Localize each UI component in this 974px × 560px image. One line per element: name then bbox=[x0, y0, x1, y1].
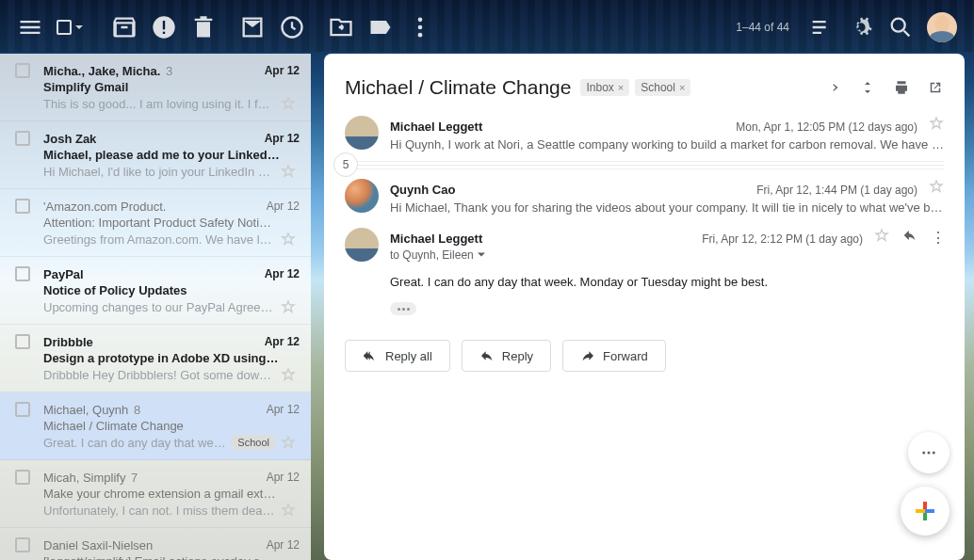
row-checkbox[interactable] bbox=[15, 199, 30, 214]
row-sender: Michael, Quynh 8 bbox=[43, 403, 259, 417]
row-snippet: Greetings from Amazon.com. We have le… bbox=[43, 232, 275, 247]
star-icon[interactable] bbox=[929, 179, 944, 194]
star-icon[interactable] bbox=[929, 116, 944, 131]
forward-arrow-icon[interactable] bbox=[825, 79, 842, 96]
message-avatar bbox=[345, 228, 379, 262]
svg-point-7 bbox=[892, 18, 905, 31]
star-icon[interactable] bbox=[281, 96, 296, 111]
message-snippet: Hi Michael, Thank you for sharing the vi… bbox=[390, 200, 944, 215]
row-checkbox[interactable] bbox=[15, 470, 30, 485]
forward-button[interactable]: Forward bbox=[562, 340, 666, 372]
email-row[interactable]: Daniel Saxil-Nielsen Apr 12 [leggett/sim… bbox=[0, 528, 311, 560]
row-subject: Notice of Policy Updates bbox=[43, 283, 300, 297]
message-more-icon[interactable]: ⋮ bbox=[931, 229, 944, 247]
reply-all-button[interactable]: Reply all bbox=[345, 340, 450, 372]
row-checkbox[interactable] bbox=[15, 537, 30, 552]
row-snippet: Hi Michael, I'd like to join your Linked… bbox=[43, 165, 275, 179]
email-row[interactable]: Michael, Quynh 8 Apr 12 Michael / Climat… bbox=[0, 392, 311, 460]
row-sender: PayPal bbox=[43, 267, 257, 281]
email-row[interactable]: Dribbble Apr 12 Design a prototype in Ad… bbox=[0, 325, 311, 392]
row-subject: Attention: Important Product Safety Noti… bbox=[43, 216, 300, 230]
message-snippet: Hi Quynh, I work at Nori, a Seattle comp… bbox=[390, 137, 944, 152]
star-icon[interactable] bbox=[281, 503, 296, 518]
compose-fab[interactable] bbox=[901, 487, 950, 536]
email-row[interactable]: Micah, Simplify 7 Apr 12 Make your chrom… bbox=[0, 460, 311, 528]
select-all-checkbox[interactable] bbox=[57, 14, 83, 40]
row-date: Apr 12 bbox=[267, 471, 300, 484]
label-inbox[interactable]: Inbox× bbox=[580, 79, 629, 96]
archive-icon[interactable] bbox=[111, 14, 138, 40]
row-checkbox[interactable] bbox=[15, 266, 30, 281]
message-collapsed[interactable]: Michael Leggett Mon, Apr 1, 12:05 PM (12… bbox=[345, 116, 944, 152]
row-snippet: Dribbble Hey Dribbblers! Got some down… bbox=[43, 368, 275, 382]
email-row[interactable]: PayPal Apr 12 Notice of Policy Updates U… bbox=[0, 257, 311, 325]
remove-label-icon[interactable]: × bbox=[618, 82, 624, 93]
fab-more-button[interactable] bbox=[908, 432, 950, 473]
main-area: Micha., Jake, Micha. 3 Apr 12 Simplify G… bbox=[0, 54, 974, 560]
reply-bar: Reply all Reply Forward bbox=[345, 340, 944, 372]
delete-icon[interactable] bbox=[190, 14, 217, 40]
message-avatar bbox=[345, 179, 379, 213]
star-icon[interactable] bbox=[281, 164, 296, 179]
reply-icon[interactable] bbox=[902, 228, 917, 243]
row-snippet: Unfortunately, I can not. I miss them de… bbox=[43, 504, 275, 518]
row-sender: Josh Zak bbox=[43, 132, 257, 146]
row-checkbox[interactable] bbox=[15, 334, 30, 349]
row-snippet: This is so good... I am loving using it.… bbox=[43, 97, 275, 111]
star-icon[interactable] bbox=[281, 232, 296, 247]
message-from: Michael Leggett bbox=[390, 120, 482, 134]
collapsed-count-badge[interactable]: 5 bbox=[333, 152, 358, 177]
email-row[interactable]: Micha., Jake, Micha. 3 Apr 12 Simplify G… bbox=[0, 54, 311, 121]
row-sender: Daniel Saxil-Nielsen bbox=[43, 538, 259, 552]
svg-point-4 bbox=[418, 17, 423, 22]
remove-label-icon[interactable]: × bbox=[679, 82, 685, 93]
plus-icon bbox=[916, 502, 934, 520]
message-collapsed[interactable]: Quynh Cao Fri, Apr 12, 1:44 PM (1 day ag… bbox=[345, 179, 944, 215]
star-icon[interactable] bbox=[281, 367, 296, 382]
labels-icon[interactable] bbox=[367, 14, 394, 40]
row-sender: Dribbble bbox=[43, 335, 257, 349]
conversation-actions bbox=[825, 79, 944, 96]
message-from: Quynh Cao bbox=[390, 183, 455, 197]
email-row[interactable]: 'Amazon.com Product. Apr 12 Attention: I… bbox=[0, 189, 311, 257]
star-icon[interactable] bbox=[281, 299, 296, 314]
settings-icon[interactable] bbox=[848, 14, 874, 40]
row-checkbox[interactable] bbox=[15, 402, 30, 417]
svg-point-8 bbox=[922, 452, 925, 455]
email-row[interactable]: Josh Zak Apr 12 Michael, please add me t… bbox=[0, 121, 311, 189]
star-icon[interactable] bbox=[281, 435, 296, 450]
row-label: School bbox=[232, 435, 275, 450]
more-icon[interactable] bbox=[407, 14, 433, 40]
svg-rect-1 bbox=[163, 21, 165, 29]
label-school[interactable]: School× bbox=[635, 79, 690, 96]
message-date: Fri, Apr 12, 2:12 PM (1 day ago) bbox=[702, 232, 863, 246]
show-trimmed-icon[interactable] bbox=[390, 302, 416, 315]
message-recipients[interactable]: to Quynh, Eileen bbox=[390, 248, 944, 262]
email-list: Micha., Jake, Micha. 3 Apr 12 Simplify G… bbox=[0, 54, 311, 560]
row-checkbox[interactable] bbox=[15, 131, 30, 146]
open-new-window-icon[interactable] bbox=[927, 79, 944, 96]
input-tools-icon[interactable] bbox=[808, 14, 835, 40]
row-date: Apr 12 bbox=[265, 335, 300, 348]
star-icon[interactable] bbox=[874, 228, 889, 243]
move-to-icon[interactable] bbox=[328, 14, 354, 40]
reply-button[interactable]: Reply bbox=[462, 340, 551, 372]
expand-collapse-icon[interactable] bbox=[859, 79, 876, 96]
message-body: Great. I can do any day that week. Monda… bbox=[390, 275, 944, 289]
row-subject: Simplify Gmail bbox=[43, 80, 300, 94]
report-spam-icon[interactable] bbox=[151, 14, 177, 40]
row-checkbox[interactable] bbox=[15, 63, 30, 78]
row-date: Apr 12 bbox=[265, 267, 300, 280]
row-date: Apr 12 bbox=[267, 403, 300, 416]
row-subject: [leggett/simplify] Email actions overlay… bbox=[43, 554, 300, 560]
row-date: Apr 12 bbox=[265, 132, 300, 145]
search-icon[interactable] bbox=[887, 14, 914, 40]
account-avatar[interactable] bbox=[927, 12, 957, 42]
message-expanded: Michael Leggett Fri, Apr 12, 2:12 PM (1 … bbox=[345, 228, 944, 315]
collapsed-messages-divider[interactable] bbox=[345, 165, 944, 166]
print-icon[interactable] bbox=[893, 79, 910, 96]
snooze-icon[interactable] bbox=[279, 14, 305, 40]
menu-icon[interactable] bbox=[17, 14, 43, 40]
svg-point-6 bbox=[418, 32, 423, 37]
mark-unread-icon[interactable] bbox=[239, 14, 266, 40]
